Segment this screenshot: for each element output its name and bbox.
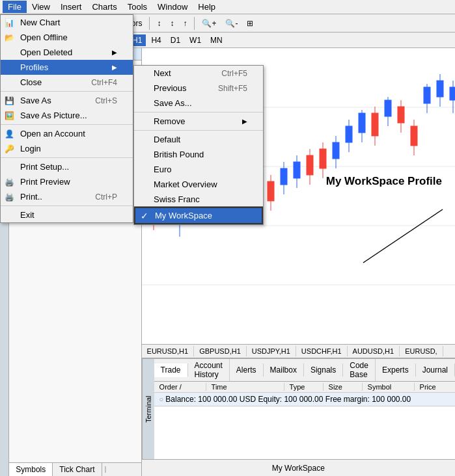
symbol-tab-5[interactable]: EURUSD, [400, 346, 443, 356]
col-size: Size [324, 383, 363, 391]
next-shortcut: Ctrl+F5 [221, 69, 247, 78]
menu-print-setup[interactable]: Print Setup... [1, 159, 133, 174]
profiles-default[interactable]: Default [134, 132, 263, 147]
menu-print-preview[interactable]: 🖨️ Print Preview [1, 174, 133, 189]
menu-exit[interactable]: Exit [1, 207, 133, 222]
terminal-section: Terminal Trade Account History Alerts Ma… [142, 358, 455, 459]
menu-insert[interactable]: Insert [55, 1, 87, 13]
toolbar-separator-1 [149, 17, 150, 30]
menu-bar: File View Insert Charts Tools Window Hel… [0, 0, 455, 14]
profiles-sep-1 [134, 112, 263, 112]
symbol-tab-4[interactable]: AUDUSD,H1 [348, 346, 400, 356]
tick-chart-tab[interactable]: Tick Chart [53, 463, 102, 476]
tf-w1[interactable]: W1 [186, 34, 205, 46]
separator-4 [1, 205, 133, 206]
profiles-my-workspace[interactable]: ✓ My WorkSpace [134, 207, 263, 224]
tf-d1[interactable]: D1 [167, 34, 184, 46]
menu-tools[interactable]: Tools [122, 1, 152, 13]
profiles-previous[interactable]: Previous Shift+F5 [134, 81, 263, 96]
svg-rect-18 [320, 149, 326, 168]
print-icon: 🖨️ [5, 192, 14, 202]
zoom-in-button[interactable]: 🔍+ [199, 17, 219, 30]
svg-rect-42 [346, 126, 352, 142]
toolbar-btn-1[interactable]: ↕ [154, 17, 164, 30]
left-panel-tabs: Symbols Tick Chart | [9, 462, 141, 476]
separator-2 [1, 124, 133, 125]
checkmark-icon: ✓ [141, 211, 148, 221]
save-shortcut: Ctrl+S [95, 96, 117, 105]
menu-close[interactable]: Close Ctrl+F4 [1, 75, 133, 90]
terminal-tab-experts[interactable]: Experts [376, 364, 416, 377]
svg-rect-16 [307, 155, 313, 175]
profiles-arrow-icon: ▶ [112, 64, 117, 71]
terminal-tab-codebase[interactable]: Code Base [343, 359, 376, 381]
balance-row: ○ Balance: 100 000.00 USD Equity: 100 00… [154, 393, 455, 406]
close-shortcut: Ctrl+F4 [91, 78, 117, 87]
menu-new-chart[interactable]: 📊 New Chart [1, 15, 133, 30]
profiles-british-pound[interactable]: British Pound [134, 147, 263, 162]
login-icon: 🔑 [5, 144, 14, 153]
symbol-tabs-bar: EURUSD,H1 GBPUSD,H1 USDJPY,H1 USDCHF,H1 … [142, 344, 455, 358]
toolbar-btn-2[interactable]: ↕ [167, 17, 177, 30]
toolbar-btn-4[interactable]: ⊞ [243, 17, 256, 30]
terminal-tab-alerts[interactable]: Alerts [230, 364, 264, 377]
terminal-label[interactable]: Terminal [142, 359, 154, 459]
terminal-tab-account[interactable]: Account History [188, 359, 230, 381]
terminal-tab-journal[interactable]: Journal [416, 364, 455, 377]
menu-file[interactable]: File [3, 1, 27, 13]
separator-1 [1, 91, 133, 92]
terminal-tab-mailbox[interactable]: Mailbox [264, 364, 304, 377]
symbol-tab-0[interactable]: EURUSD,H1 [142, 346, 195, 356]
profiles-euro[interactable]: Euro [134, 162, 263, 177]
remove-arrow-icon: ▶ [242, 118, 247, 125]
toolbar-btn-3[interactable]: ↑ [180, 17, 190, 30]
menu-print[interactable]: 🖨️ Print.. Ctrl+P [1, 189, 133, 204]
symbol-tab-2[interactable]: USDJPY,H1 [247, 346, 296, 356]
svg-rect-24 [411, 126, 417, 146]
print-preview-icon: 🖨️ [5, 178, 14, 187]
picture-icon: 🖼️ [5, 111, 14, 120]
status-bar: My WorkSpace [142, 459, 455, 476]
profiles-next[interactable]: Next Ctrl+F5 [134, 66, 263, 81]
profiles-submenu: Next Ctrl+F5 Previous Shift+F5 Save As..… [133, 65, 264, 225]
menu-save-as-picture[interactable]: 🖼️ Save As Picture... [1, 108, 133, 123]
menu-login[interactable]: 🔑 Login [1, 141, 133, 156]
status-text: My WorkSpace [272, 464, 325, 473]
print-shortcut: Ctrl+P [95, 192, 117, 202]
symbol-tab-1[interactable]: GBPUSD,H1 [194, 346, 247, 356]
svg-rect-48 [424, 87, 430, 103]
profiles-swiss-franc[interactable]: Swiss Franc [134, 192, 263, 207]
terminal-table-header: Order / Time Type Size Symbol Price [154, 382, 455, 393]
menu-help[interactable]: Help [193, 1, 221, 13]
symbols-tab[interactable]: Symbols [9, 463, 53, 476]
terminal-tab-trade[interactable]: Trade [154, 364, 188, 377]
svg-rect-38 [294, 162, 300, 178]
symbol-tab-3[interactable]: USDCHF,H1 [296, 346, 348, 356]
svg-rect-22 [398, 107, 404, 123]
menu-view[interactable]: View [27, 1, 55, 13]
svg-rect-40 [333, 142, 339, 159]
tf-h4[interactable]: H4 [147, 34, 165, 46]
menu-profiles[interactable]: Profiles ▶ [1, 60, 133, 75]
svg-rect-20 [372, 113, 378, 136]
terminal-tabs: Trade Account History Alerts Mailbox Sig… [154, 359, 455, 382]
open-offline-icon: 📂 [5, 33, 14, 42]
tf-mn[interactable]: MN [206, 34, 227, 46]
col-order: Order / [154, 383, 206, 391]
profiles-remove[interactable]: Remove ▶ [134, 114, 263, 129]
profiles-save-as[interactable]: Save As... [134, 96, 263, 111]
terminal-tab-signals[interactable]: Signals [304, 364, 343, 377]
menu-open-offline[interactable]: 📂 Open Offline [1, 30, 133, 45]
zoom-out-button[interactable]: 🔍- [222, 17, 241, 30]
profiles-market-overview[interactable]: Market Overview [134, 177, 263, 192]
svg-rect-36 [281, 168, 287, 185]
menu-charts[interactable]: Charts [87, 1, 122, 13]
svg-rect-46 [385, 100, 391, 116]
menu-open-account[interactable]: 👤 Open an Account [1, 126, 133, 141]
menu-save-as[interactable]: 💾 Save As Ctrl+S [1, 93, 133, 108]
menu-open-deleted[interactable]: Open Deleted ▶ [1, 45, 133, 60]
col-price: Price [415, 383, 454, 391]
col-time: Time [206, 383, 284, 391]
new-chart-icon: 📊 [5, 18, 14, 27]
menu-window[interactable]: Window [152, 1, 193, 13]
